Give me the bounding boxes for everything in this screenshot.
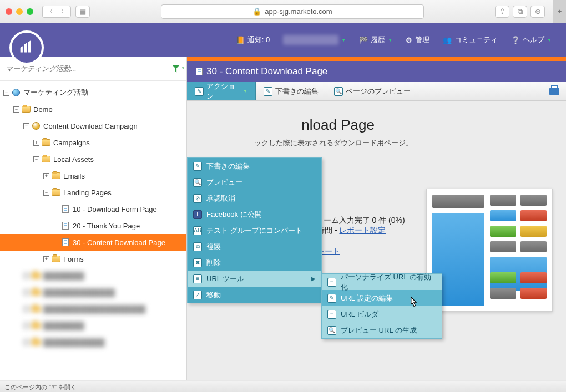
help-icon: ❔ [511, 36, 520, 44]
nav-admin[interactable]: ⚙管理 [399, 23, 436, 57]
tree-lp-10[interactable]: 10 - Download Form Page [0, 201, 186, 217]
delete-icon: ✖ [193, 258, 202, 267]
submenu-preview-url[interactable]: 🔍プレビュー URL の生成 [322, 322, 442, 338]
tree-root[interactable]: マーケティング活動 [0, 84, 186, 101]
convert-icon: AB [193, 226, 202, 235]
tree-campaign[interactable]: Content Download Campaign [0, 118, 186, 134]
page-icon [62, 222, 69, 230]
forward-button[interactable]: 〉 [57, 6, 71, 18]
tree-local-assets[interactable]: Local Assets [0, 151, 186, 167]
filter-icon[interactable]: ▾ [171, 64, 181, 74]
menu-move[interactable]: ↗移動 [188, 287, 321, 303]
actions-menu: ✎下書きの編集 🔍プレビュー ⊘承認取消 fFacebook に公開 ABテスト… [187, 157, 322, 303]
nav-community[interactable]: 👥コミュニティ [436, 23, 504, 57]
print-button[interactable] [549, 88, 559, 95]
tree-emails[interactable]: Emails [0, 167, 186, 184]
folder-icon [42, 156, 50, 162]
tree-item-blurred[interactable]: ████████ [0, 267, 186, 284]
tree-item-blurred[interactable]: ██████████████ [0, 284, 186, 301]
context-title: 30 - Content Download Page [206, 66, 327, 77]
tree-item-blurred[interactable]: ████████████████████ [0, 301, 186, 317]
main-area: ▾ マーケティング活動 Demo Content Download Campai… [0, 57, 566, 380]
tree-lp-30[interactable]: 30 - Content Download Page [0, 234, 186, 251]
sidebar: ▾ マーケティング活動 Demo Content Download Campai… [0, 57, 187, 380]
context-strip [187, 57, 566, 61]
program-icon [32, 122, 40, 130]
page-icon [62, 238, 69, 246]
menu-url-tools[interactable]: ≡URL ツール▶ [188, 271, 321, 287]
tree-campaigns[interactable]: Campaigns [0, 134, 186, 151]
submenu-edit-url-settings[interactable]: ✎URL 設定の編集 [322, 290, 442, 306]
globe-icon [12, 89, 20, 96]
duplicate-icon: ⧉ [193, 242, 202, 251]
move-icon: ↗ [193, 291, 202, 299]
menu-test-group[interactable]: ABテスト グループにコンバート [188, 222, 321, 238]
nav-help[interactable]: ❔ヘルプ▼ [504, 23, 558, 57]
address-bar[interactable]: 🔒 app-sjg.marketo.com [161, 4, 424, 19]
menu-edit-draft[interactable]: ✎下書きの編集 [188, 158, 321, 174]
preview-icon: 🔍 [327, 326, 336, 335]
tree-item-blurred[interactable]: ████████ [0, 317, 186, 334]
menu-unapprove[interactable]: ⊘承認取消 [188, 190, 321, 206]
chevron-down-icon: ▼ [243, 89, 247, 94]
browser-toolbar: 〈 〉 ▤ 🔒 app-sjg.marketo.com ⇪ ⧉ ⊕ + [0, 0, 566, 23]
share-button[interactable]: ⇪ [495, 6, 509, 18]
chevron-right-icon: ▶ [311, 276, 316, 282]
nav-history[interactable]: 🏁履歴▼ [352, 23, 399, 57]
folder-icon [22, 106, 31, 113]
zoom-window-icon[interactable] [27, 8, 33, 15]
toolbar-preview[interactable]: 🔍ページのプレビュー [326, 82, 418, 100]
page-heading: Content Download Page [218, 116, 549, 134]
minimize-window-icon[interactable] [16, 8, 23, 15]
unapprove-icon: ⊘ [193, 194, 202, 203]
url-text: app-sjg.marketo.com [265, 7, 332, 16]
nav-notifications[interactable]: 📙通知: 0 [229, 23, 276, 57]
enable-icon: ≡ [327, 278, 336, 287]
template-thumbnail [426, 189, 553, 312]
app-top-nav: 📙通知: 0 ▼ 🏁履歴▼ ⚙管理 👥コミュニティ ❔ヘルプ▼ [0, 23, 566, 57]
sidebar-toggle-button[interactable]: ▤ [75, 6, 90, 18]
gear-icon: ⚙ [406, 36, 412, 44]
folder-icon [52, 256, 60, 262]
cursor-pointer-icon [406, 295, 422, 312]
tree-landing-pages[interactable]: Landing Pages [0, 184, 186, 201]
new-tab-button[interactable]: + [553, 0, 566, 23]
tree-lp-20[interactable]: 20 - Thank You Page [0, 217, 186, 234]
menu-duplicate[interactable]: ⧉複製 [188, 238, 321, 254]
actions-dropdown[interactable]: ✎ アクション ▼ [187, 82, 256, 100]
preview-icon: 🔍 [334, 87, 343, 96]
folder-icon [52, 189, 60, 196]
downloads-button[interactable]: ⊕ [530, 6, 545, 18]
edit-icon: ✎ [193, 162, 202, 171]
toolbar: ✎ アクション ▼ ✎下書きの編集 🔍ページのプレビュー [187, 82, 566, 101]
tree-forms[interactable]: Forms [0, 251, 186, 267]
tabs-button[interactable]: ⧉ [513, 6, 527, 18]
community-icon: 👥 [443, 36, 452, 44]
facebook-icon: f [193, 210, 202, 219]
close-window-icon[interactable] [6, 8, 12, 15]
actions-icon: ✎ [195, 87, 204, 96]
preview-icon: 🔍 [193, 178, 202, 187]
submenu-personalize-url[interactable]: ≡パーソナライズ URL の有効化 [322, 274, 442, 290]
marketo-logo-icon[interactable] [9, 30, 44, 65]
menu-facebook[interactable]: fFacebook に公開 [188, 206, 321, 222]
search-input[interactable] [6, 64, 169, 73]
report-settings-link[interactable]: レポート設定 [339, 226, 386, 235]
edit-icon: ✎ [264, 87, 272, 96]
flag-icon: 🏁 [359, 36, 368, 44]
url-tools-submenu: ≡パーソナライズ URL の有効化 ✎URL 設定の編集 ≡URL ビルダ 🔍プ… [321, 273, 442, 339]
lock-icon: 🔒 [252, 7, 261, 16]
toolbar-edit-draft[interactable]: ✎下書きの編集 [256, 82, 326, 100]
builder-icon: ≡ [327, 310, 336, 319]
menu-preview[interactable]: 🔍プレビュー [188, 174, 321, 190]
nav-user[interactable]: ▼ [276, 23, 352, 57]
menu-delete[interactable]: ✖削除 [188, 254, 321, 271]
folder-icon [52, 172, 60, 179]
status-bar: このページ内の "#" を開く [0, 381, 566, 392]
page-description: 資料をクリックした際に表示されるダウンロード用ページ。 [218, 138, 549, 148]
edit-icon: ✎ [327, 294, 336, 303]
tree-item-blurred[interactable]: ████████████ [0, 334, 186, 350]
submenu-url-builder[interactable]: ≡URL ビルダ [322, 306, 442, 322]
tree-demo[interactable]: Demo [0, 101, 186, 118]
window-controls[interactable] [6, 8, 33, 15]
